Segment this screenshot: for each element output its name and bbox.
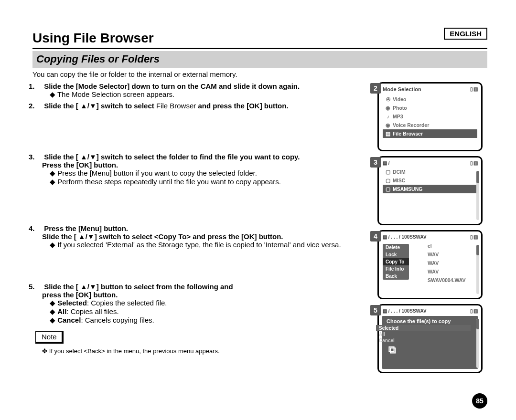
step-heading-light: File Browser [156, 102, 196, 110]
option-text: : Copies the selected file. [87, 299, 167, 307]
list-item: WAV [426, 267, 477, 276]
page-number-badge: 85 [472, 393, 487, 409]
menu-item: Delete [383, 244, 409, 251]
language-badge: ENGLISH [444, 28, 487, 40]
menu-item: Back [383, 273, 409, 280]
list-item: ◉Photo [383, 104, 477, 112]
folder-list: ▢DCIM▢MISC▢MSAMSUNG [383, 168, 477, 193]
step-number: 4. [29, 224, 42, 232]
screen-badge: 3 [370, 157, 381, 168]
step-1: 1. Slide the [Mode Selector] down to tur… [29, 82, 368, 99]
status-icons: ▯ ▥ [470, 160, 477, 166]
step-number: 3. [29, 153, 42, 161]
step-heading-b: press the [OK] button. [29, 291, 118, 299]
menu-item: Lock [383, 251, 409, 258]
rule [32, 48, 487, 49]
step-heading: Slide the [ ▲/▼] switch to select the fo… [44, 153, 300, 161]
option-item: Selected [376, 325, 471, 331]
list-item: ♪MP3 [383, 112, 477, 121]
step-4: 4. Press the [Menu] button. Slide the [ … [29, 224, 368, 249]
screen-badge: 2 [370, 83, 381, 94]
list-item: ✇Video [383, 95, 477, 104]
copy-icon: ⧉ [388, 344, 483, 356]
instructions-column: 1. Slide the [Mode Selector] down to tur… [29, 82, 368, 378]
step-number: 1. [29, 82, 42, 90]
list-item: ▤File Browser [383, 129, 477, 138]
option-text: : Cancels copying files. [81, 316, 154, 324]
step-heading: Slide the [ ▲/▼] button to select from t… [44, 283, 233, 291]
step-heading-a: Slide the [ ▲/▼] switch to select [44, 102, 156, 110]
screen-path: ▤ / [383, 160, 477, 166]
option-text: : Copies all files. [66, 307, 118, 315]
menu-item: File Info [383, 265, 409, 273]
option-label: Cancel [57, 316, 81, 324]
context-menu: DeleteLockCopy ToFile InfoBack [383, 244, 409, 280]
status-icons: ▯ ▥ [470, 234, 477, 240]
mode-list: ✇Video◉Photo♪MP3◉Voice Recorder▤File Bro… [383, 95, 477, 138]
device-screens-column: 2 Mode Selection ▯ ▥ ✇Video◉Photo♪MP3◉Vo… [377, 82, 487, 378]
option-label: All [57, 307, 66, 315]
step-number: 2. [29, 102, 42, 110]
screen-title: Mode Selection [383, 86, 477, 92]
device-screen-3: 3 ▤ / ▯ ▥ ▢DCIM▢MISC▢MSAMSUNG [377, 156, 483, 225]
step-heading: Slide the [Mode Selector] down to turn o… [44, 82, 300, 90]
step-heading-b: Press the [OK] button. [29, 161, 118, 169]
intro-text: You can copy the file or folder to the i… [32, 70, 487, 78]
note-text: If you select <Back> in the menu, the pr… [29, 347, 368, 355]
device-screen-4: 4 ▤ / . . . / 100SSWAV ▯ ▥ elWAVWAVWAVSW… [377, 230, 483, 299]
scrollbar [476, 171, 479, 220]
section-subtitle: Copying Files or Folders [32, 51, 487, 68]
device-screen-2: 2 Mode Selection ▯ ▥ ✇Video◉Photo♪MP3◉Vo… [377, 82, 483, 151]
status-icons: ▯ ▥ [470, 308, 477, 314]
list-item: WAV [426, 250, 477, 259]
step-bullet: The Mode Selection screen appears. [50, 90, 368, 99]
step-2: 2. Slide the [ ▲/▼] switch to select Fil… [29, 102, 368, 110]
menu-item: Copy To [383, 258, 409, 265]
copy-options: SelectedAllCancel [376, 325, 471, 344]
list-item: WAV [426, 259, 477, 267]
status-icons: ▯ ▥ [470, 86, 477, 92]
screen-path: ▤ / . . . / 100SSWAV [383, 234, 477, 240]
list-item: ▢MISC [383, 176, 477, 185]
step-heading-b: Slide the [ ▲/▼] switch to select <Copy … [29, 232, 283, 241]
scrollbar [476, 245, 479, 294]
step-heading-b: and press the [OK] button. [196, 102, 288, 110]
option-item: Cancel [376, 337, 471, 344]
step-bullet: Press the [Menu] button if you want to c… [50, 169, 368, 178]
list-item: SWAV0004.WAV [426, 276, 477, 284]
step-number: 5. [29, 283, 42, 291]
list-item: ◉Voice Recorder [383, 121, 477, 129]
screen-badge: 5 [370, 305, 381, 315]
screen-path: ▤ / . . . / 100SSWAV [383, 308, 477, 314]
step-3: 3. Slide the [ ▲/▼] switch to select the… [29, 153, 368, 186]
page-title: Using File Browser [32, 31, 487, 46]
list-item: ▢MSAMSUNG [383, 185, 477, 193]
step-bullet: Perform these steps repeatedly until the… [50, 178, 368, 186]
step-heading: Press the [Menu] button. [44, 224, 128, 232]
step-bullet: If you selected 'External' as the Storag… [50, 241, 368, 249]
screen-badge: 4 [370, 231, 381, 242]
scrollbar [476, 319, 479, 368]
note-label: Note [35, 331, 64, 344]
option-label: Selected [57, 299, 87, 307]
list-item: el [426, 242, 477, 250]
option-item: All [376, 331, 471, 337]
prompt-line-1: Choose the file(s) to copy [387, 318, 473, 324]
device-screen-5: 5 ▤ / . . . / 100SSWAV ▯ ▥ Choose the fi… [377, 304, 483, 373]
step-5: 5. Slide the [ ▲/▼] button to select fro… [29, 283, 368, 325]
list-item: ▢DCIM [383, 168, 477, 176]
